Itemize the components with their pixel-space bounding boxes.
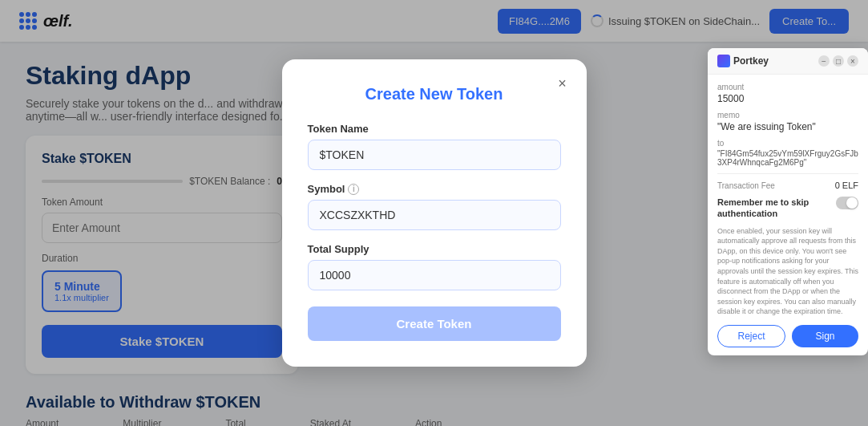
portkey-to-value: "FI84Gm54fux25vYm59lXFrguy2GsFJb3XP4rWhn… [717,149,858,167]
portkey-window-controls: − □ × [818,55,858,67]
portkey-actions: Reject Sign [717,325,858,347]
total-supply-field-label: Total Supply [308,243,561,255]
portkey-fee-label: Transaction Fee [717,181,775,190]
token-name-input[interactable] [308,140,561,170]
remember-label: Remember me to skip authentication [717,197,831,220]
modal-close-button[interactable]: × [551,72,574,95]
symbol-field-label: Symbol i [308,183,561,195]
portkey-amount-value: 15000 [717,93,858,104]
portkey-header: Portkey − □ × [708,48,868,75]
portkey-body: amount 15000 memo "We are issuing Token"… [708,75,868,355]
symbol-info-icon[interactable]: i [348,184,359,195]
portkey-logo: Portkey [717,55,769,67]
portkey-amount-field: amount 15000 [717,83,858,104]
portkey-title: Portkey [733,55,769,67]
create-token-submit-button[interactable]: Create Token [308,306,561,341]
portkey-amount-label: amount [717,83,858,91]
toggle-knob [846,197,858,209]
portkey-memo-field: memo "We are issuing Token" [717,111,858,132]
remember-row: Remember me to skip authentication [717,197,858,220]
portkey-logo-icon [717,55,730,67]
token-name-field-label: Token Name [308,123,561,135]
portkey-popup: Portkey − □ × amount 15000 memo "We are … [708,48,868,355]
portkey-disclaimer: Once enabled, your session key will auto… [717,226,858,317]
portkey-fee-value: 0 ELF [835,181,858,190]
total-supply-input[interactable] [308,260,561,290]
portkey-minimize-button[interactable]: − [818,55,830,67]
portkey-maximize-button[interactable]: □ [833,55,844,67]
portkey-memo-label: memo [717,111,858,120]
symbol-input[interactable] [308,200,561,230]
portkey-sign-button[interactable]: Sign [792,325,858,347]
portkey-to-label: to [717,139,858,148]
portkey-reject-button[interactable]: Reject [717,325,785,347]
portkey-memo-value: "We are issuing Token" [717,121,858,132]
remember-toggle[interactable] [836,197,858,209]
portkey-divider [717,173,858,174]
modal-title: Create New Token [308,85,561,103]
portkey-close-button[interactable]: × [847,55,858,67]
portkey-to-field: to "FI84Gm54fux25vYm59lXFrguy2GsFJb3XP4r… [717,139,858,167]
portkey-fee-row: Transaction Fee 0 ELF [717,181,858,190]
create-token-modal: × Create New Token Token Name Symbol i T… [282,59,587,367]
